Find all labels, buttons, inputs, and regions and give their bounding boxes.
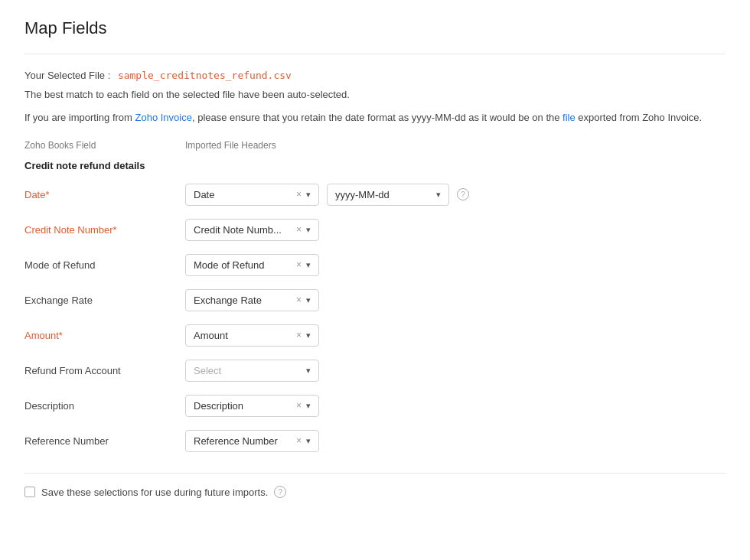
amount-dropdown-icons: × ▾	[296, 330, 311, 340]
reference-number-dropdown-value: Reference Number	[194, 435, 296, 447]
label-date: Date*	[24, 189, 185, 200]
map-table: Zoho Books Field Imported File Headers C…	[24, 140, 726, 454]
description-clear-icon[interactable]: ×	[296, 400, 302, 411]
description-dropdown-value: Description	[194, 400, 296, 412]
description-dropdown[interactable]: Description × ▾	[185, 395, 319, 417]
description-dropdown-icons: × ▾	[296, 400, 311, 411]
mode-refund-dropdown-icons: × ▾	[296, 259, 311, 270]
date-format-value: yyyy-MM-dd	[335, 189, 436, 200]
exchange-rate-chevron-icon: ▾	[306, 295, 311, 305]
label-description: Description	[24, 400, 185, 412]
date-help-icon[interactable]: ?	[457, 188, 469, 200]
amount-clear-icon[interactable]: ×	[296, 330, 302, 340]
amount-dropdown-value: Amount	[194, 330, 296, 341]
file-link: file	[562, 112, 576, 123]
field-row-exchange-rate: Exchange Rate Exchange Rate × ▾	[24, 286, 726, 314]
date-dropdown[interactable]: Date × ▾	[185, 184, 319, 206]
label-reference-number: Reference Number	[24, 435, 185, 447]
field-row-reference-number: Reference Number Reference Number × ▾	[24, 427, 726, 454]
zoho-invoice-link: Zoho Invoice	[135, 112, 192, 123]
date-chevron-icon: ▾	[306, 190, 311, 200]
reference-number-dropdown[interactable]: Reference Number × ▾	[185, 430, 319, 452]
refund-account-chevron-icon: ▾	[306, 366, 311, 376]
mode-refund-dropdown-value: Mode of Refund	[194, 259, 296, 271]
date-dropdown-icons: × ▾	[296, 189, 311, 200]
label-refund-account: Refund From Account	[24, 365, 185, 376]
reference-number-clear-icon[interactable]: ×	[296, 435, 302, 446]
field-row-credit-note: Credit Note Number* Credit Note Numb... …	[24, 216, 726, 243]
credit-note-dropdown-value: Credit Note Numb...	[194, 224, 296, 236]
section-header: Credit note refund details	[24, 160, 726, 171]
field-row-description: Description Description × ▾	[24, 392, 726, 419]
auto-select-info: The best match to each field on the sele…	[24, 87, 726, 103]
label-exchange-rate: Exchange Rate	[24, 295, 185, 306]
warning-text: If you are importing from Zoho Invoice, …	[24, 110, 726, 125]
field-row-amount: Amount* Amount × ▾	[24, 321, 726, 349]
save-selections-label: Save these selections for use during fut…	[41, 487, 268, 498]
divider	[24, 54, 726, 54]
page-title: Map Fields	[24, 18, 726, 38]
exchange-rate-dropdown-value: Exchange Rate	[194, 295, 296, 306]
exchange-rate-dropdown[interactable]: Exchange Rate × ▾	[185, 289, 319, 311]
file-name: sample_creditnotes_refund.csv	[118, 70, 292, 81]
mode-refund-chevron-icon: ▾	[306, 260, 311, 270]
credit-note-chevron-icon: ▾	[306, 225, 311, 235]
label-credit-note: Credit Note Number*	[24, 224, 185, 236]
mode-refund-dropdown-wrapper: Mode of Refund × ▾	[185, 254, 319, 276]
refund-account-dropdown-value: Select	[194, 365, 306, 376]
credit-note-clear-icon[interactable]: ×	[296, 224, 302, 235]
amount-dropdown-wrapper: Amount × ▾	[185, 324, 319, 347]
amount-chevron-icon: ▾	[306, 330, 311, 340]
credit-note-dropdown-icons: × ▾	[296, 224, 311, 235]
reference-number-chevron-icon: ▾	[306, 436, 311, 446]
mode-refund-dropdown[interactable]: Mode of Refund × ▾	[185, 254, 319, 276]
refund-account-dropdown-wrapper: Select ▾	[185, 360, 319, 382]
save-selections-checkbox[interactable]	[24, 487, 35, 497]
col-imported-header: Imported File Headers	[185, 140, 276, 151]
description-dropdown-wrapper: Description × ▾	[185, 395, 319, 417]
column-headers: Zoho Books Field Imported File Headers	[24, 140, 726, 154]
exchange-rate-dropdown-wrapper: Exchange Rate × ▾	[185, 289, 319, 311]
footer-section: Save these selections for use during fut…	[24, 473, 726, 510]
file-label: Your Selected File :	[24, 70, 110, 81]
label-amount: Amount*	[24, 330, 185, 341]
description-chevron-icon: ▾	[306, 401, 311, 411]
reference-number-dropdown-icons: × ▾	[296, 435, 311, 446]
date-format-chevron-icon: ▾	[436, 190, 441, 200]
exchange-rate-dropdown-icons: × ▾	[296, 295, 311, 305]
mode-refund-clear-icon[interactable]: ×	[296, 259, 302, 270]
field-row-mode-refund: Mode of Refund Mode of Refund × ▾	[24, 251, 726, 278]
amount-dropdown[interactable]: Amount × ▾	[185, 324, 319, 347]
credit-note-dropdown[interactable]: Credit Note Numb... × ▾	[185, 219, 319, 241]
credit-note-dropdown-wrapper: Credit Note Numb... × ▾	[185, 219, 319, 241]
required-star-amount: *	[59, 330, 63, 341]
field-row-date: Date* Date × ▾ yyyy-MM-dd ▾ ?	[24, 181, 726, 208]
label-mode-refund: Mode of Refund	[24, 259, 185, 271]
date-format-dropdown[interactable]: yyyy-MM-dd ▾	[327, 184, 449, 206]
selected-file-row: Your Selected File : sample_creditnotes_…	[24, 70, 726, 81]
reference-number-dropdown-wrapper: Reference Number × ▾	[185, 430, 319, 452]
exchange-rate-clear-icon[interactable]: ×	[296, 295, 302, 305]
refund-account-dropdown[interactable]: Select ▾	[185, 360, 319, 382]
date-clear-icon[interactable]: ×	[296, 189, 302, 200]
required-star-date: *	[45, 189, 49, 200]
footer-help-icon[interactable]: ?	[274, 486, 286, 498]
date-dropdown-value: Date	[194, 189, 296, 200]
date-dropdown-wrapper: Date × ▾ yyyy-MM-dd ▾ ?	[185, 184, 469, 206]
col-zoho-header: Zoho Books Field	[24, 140, 185, 151]
required-star-credit-note: *	[113, 224, 117, 236]
field-row-refund-account: Refund From Account Select ▾	[24, 357, 726, 384]
